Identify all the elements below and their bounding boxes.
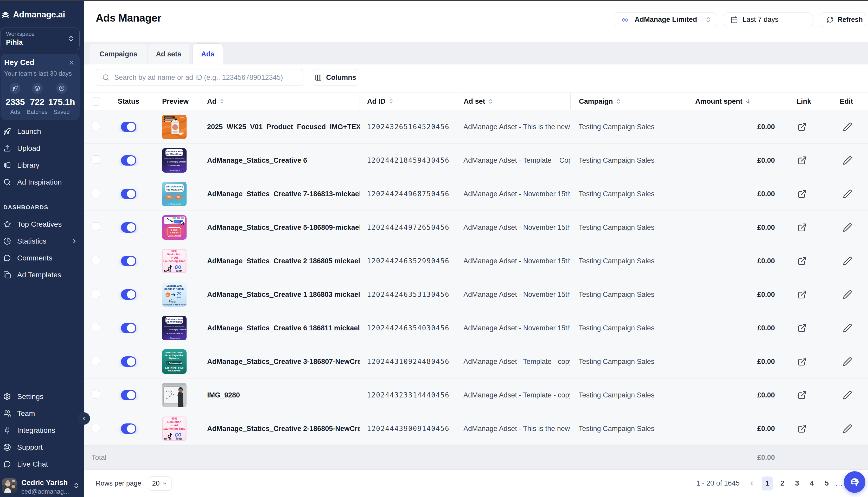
ad-name[interactable]: 2025_WK25_V01_Product_Focused_IMG+TEXT_( bbox=[202, 123, 360, 131]
sidebar-item-integrations[interactable]: Integrations bbox=[0, 422, 84, 439]
status-toggle[interactable] bbox=[121, 155, 136, 166]
select-all-checkbox[interactable] bbox=[92, 97, 100, 105]
ad-preview-thumbnail[interactable] bbox=[162, 148, 187, 173]
ad-preview-thumbnail[interactable] bbox=[162, 349, 187, 374]
external-link-icon[interactable] bbox=[798, 156, 807, 165]
row-checkbox[interactable] bbox=[92, 424, 100, 432]
account-selector[interactable]: AdManage Limited bbox=[614, 13, 717, 27]
status-toggle[interactable] bbox=[121, 423, 136, 434]
ad-name[interactable]: AdManage_Statics_Creative 2-186805-NewCr… bbox=[202, 425, 360, 433]
sidebar-item-team[interactable]: Team bbox=[0, 405, 84, 422]
edit-pencil-icon[interactable] bbox=[843, 424, 852, 433]
ad-preview-thumbnail[interactable] bbox=[162, 115, 187, 139]
pagination-page-5[interactable]: 5 bbox=[821, 477, 832, 491]
ad-preview-thumbnail[interactable] bbox=[162, 316, 187, 340]
edit-pencil-icon[interactable] bbox=[843, 357, 852, 366]
column-header-ad[interactable]: Ad bbox=[202, 93, 360, 110]
external-link-icon[interactable] bbox=[798, 424, 807, 433]
ad-name[interactable]: AdManage_Statics_Creative 2 186805 micka… bbox=[202, 257, 360, 265]
ad-preview-thumbnail[interactable] bbox=[162, 282, 187, 307]
edit-pencil-icon[interactable] bbox=[843, 122, 852, 131]
live-chat-fab[interactable] bbox=[844, 471, 865, 493]
ad-preview-thumbnail[interactable] bbox=[162, 383, 187, 407]
row-checkbox[interactable] bbox=[92, 323, 100, 331]
ad-name[interactable]: IMG_9280 bbox=[202, 391, 360, 399]
tab-ads[interactable]: Ads bbox=[193, 43, 223, 65]
ad-preview-thumbnail[interactable] bbox=[162, 215, 187, 240]
status-toggle[interactable] bbox=[121, 222, 136, 233]
sidebar-item-launch[interactable]: Launch bbox=[0, 123, 84, 140]
external-link-icon[interactable] bbox=[798, 390, 807, 400]
status-toggle[interactable] bbox=[121, 323, 136, 333]
sidebar-item-support[interactable]: Support bbox=[0, 439, 84, 456]
pagination-page-1[interactable]: 1 bbox=[761, 477, 773, 491]
ad-preview-thumbnail[interactable] bbox=[162, 249, 187, 273]
sidebar-item-library[interactable]: Library bbox=[0, 157, 84, 174]
rows-per-page-select[interactable]: 20 bbox=[148, 477, 171, 491]
external-link-icon[interactable] bbox=[798, 223, 807, 232]
external-link-icon[interactable] bbox=[798, 256, 807, 266]
date-range-picker[interactable]: Last 7 days bbox=[724, 13, 813, 27]
status-toggle[interactable] bbox=[121, 356, 136, 367]
status-toggle[interactable] bbox=[121, 189, 136, 199]
external-link-icon[interactable] bbox=[798, 290, 807, 299]
search-input[interactable] bbox=[114, 74, 298, 82]
row-checkbox[interactable] bbox=[92, 390, 100, 398]
pagination-page-2[interactable]: 2 bbox=[776, 477, 788, 491]
pagination-page-4[interactable]: 4 bbox=[806, 477, 817, 491]
edit-pencil-icon[interactable] bbox=[843, 223, 852, 232]
sidebar-item-top-creatives[interactable]: Top Creatives bbox=[0, 216, 84, 233]
edit-pencil-icon[interactable] bbox=[843, 256, 852, 266]
refresh-button[interactable]: Refresh bbox=[820, 13, 866, 27]
tab-ad-sets[interactable]: Ad sets bbox=[148, 44, 190, 65]
status-toggle[interactable] bbox=[121, 122, 136, 132]
sidebar-item-settings[interactable]: Settings bbox=[0, 388, 84, 405]
ad-name[interactable]: AdManage_Statics_Creative 6 186811 micka… bbox=[202, 324, 360, 332]
sidebar-collapse-button[interactable] bbox=[78, 412, 90, 425]
pagination-page-3[interactable]: 3 bbox=[791, 477, 803, 491]
status-toggle[interactable] bbox=[121, 390, 136, 400]
row-checkbox[interactable] bbox=[92, 122, 100, 130]
edit-pencil-icon[interactable] bbox=[843, 290, 852, 299]
row-checkbox[interactable] bbox=[92, 155, 100, 164]
sidebar-item-live-chat[interactable]: Live Chat bbox=[0, 456, 84, 472]
external-link-icon[interactable] bbox=[798, 357, 807, 366]
columns-button[interactable]: Columns bbox=[313, 69, 358, 86]
sidebar-item-ad-templates[interactable]: Ad Templates bbox=[0, 267, 84, 283]
edit-pencil-icon[interactable] bbox=[843, 323, 852, 333]
sidebar-item-statistics[interactable]: Statistics bbox=[0, 233, 84, 250]
external-link-icon[interactable] bbox=[798, 122, 807, 131]
edit-pencil-icon[interactable] bbox=[843, 156, 852, 165]
tab-campaigns[interactable]: Campaigns bbox=[89, 44, 147, 65]
column-header-ad-id[interactable]: Ad ID bbox=[360, 93, 456, 110]
ad-preview-thumbnail[interactable] bbox=[162, 182, 187, 206]
row-checkbox[interactable] bbox=[92, 223, 100, 231]
sidebar-item-comments[interactable]: Comments bbox=[0, 250, 84, 267]
ad-name[interactable]: AdManage_Statics_Creative 3-186807-NewCr… bbox=[202, 358, 360, 366]
user-profile[interactable]: Cedric Yarish ced@admanag... bbox=[0, 472, 84, 497]
status-toggle[interactable] bbox=[121, 289, 136, 300]
row-checkbox[interactable] bbox=[92, 189, 100, 197]
app-logo[interactable]: Admanage.ai bbox=[0, 1, 84, 28]
sidebar-item-upload[interactable]: Upload bbox=[0, 140, 84, 157]
column-header-status[interactable]: Status bbox=[108, 93, 149, 110]
column-header-amount-spent[interactable]: Amount spent bbox=[687, 93, 783, 110]
status-toggle[interactable] bbox=[121, 256, 136, 266]
edit-pencil-icon[interactable] bbox=[843, 390, 852, 400]
ad-name[interactable]: AdManage_Statics_Creative 6 bbox=[202, 156, 360, 165]
ad-name[interactable]: AdManage_Statics_Creative 5-186809-micka… bbox=[202, 224, 360, 232]
column-header-ad-set[interactable]: Ad set bbox=[456, 93, 570, 110]
ad-name[interactable]: AdManage_Statics_Creative 1 186803 micka… bbox=[202, 290, 360, 299]
external-link-icon[interactable] bbox=[798, 323, 807, 333]
ad-name[interactable]: AdManage_Statics_Creative 7-186813-micka… bbox=[202, 190, 360, 198]
ad-preview-thumbnail[interactable] bbox=[162, 416, 187, 441]
external-link-icon[interactable] bbox=[798, 189, 807, 199]
close-icon[interactable] bbox=[68, 59, 75, 66]
sidebar-item-ad-inspiration[interactable]: Ad Inspiration bbox=[0, 174, 84, 190]
row-checkbox[interactable] bbox=[92, 357, 100, 365]
row-checkbox[interactable] bbox=[92, 289, 100, 298]
pagination-prev-button[interactable] bbox=[746, 478, 757, 489]
workspace-selector[interactable]: Workspace Pihla bbox=[1, 28, 80, 50]
edit-pencil-icon[interactable] bbox=[843, 189, 852, 199]
row-checkbox[interactable] bbox=[92, 256, 100, 264]
